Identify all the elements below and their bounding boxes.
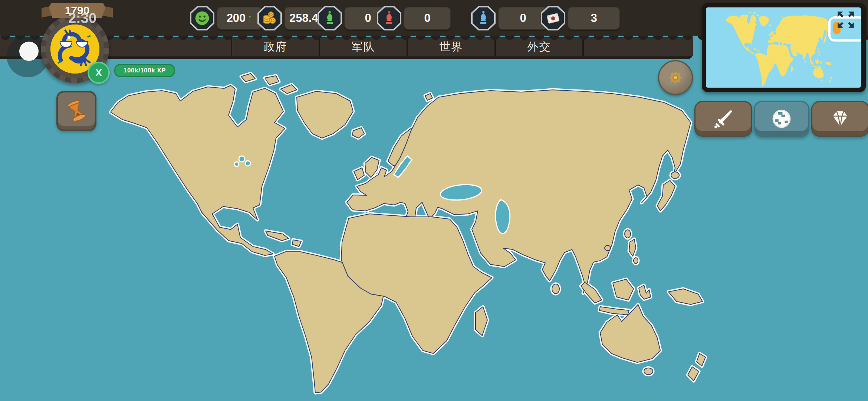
- resource-blue-points[interactable]: 0: [471, 6, 548, 30]
- envelope-icon: [545, 10, 561, 26]
- coins-icon: [262, 10, 278, 26]
- globe-icon: [771, 108, 792, 130]
- green-points-value: 0: [365, 12, 371, 25]
- crown-green-icon: [322, 10, 338, 26]
- premium-shop-button[interactable]: [811, 101, 868, 137]
- red-points-value: 0: [424, 12, 430, 25]
- minimap[interactable]: [706, 7, 861, 88]
- game-screen: { "hud": { "year": "1790", "time": "2:30…: [0, 0, 868, 401]
- trend-up-arrow: ↑: [247, 12, 253, 25]
- turn-timer: 2:30: [64, 10, 101, 26]
- expand-arrows-icon[interactable]: [835, 9, 857, 30]
- diamond-icon: [829, 108, 851, 130]
- resource-red-points[interactable]: 0: [377, 6, 451, 30]
- xp-label: 100k/100k XP: [124, 67, 166, 74]
- happiness-value: 200: [227, 12, 246, 25]
- pointer-dot[interactable]: [19, 42, 39, 61]
- world-view-button[interactable]: [754, 101, 809, 137]
- letters-value: 3: [591, 12, 597, 25]
- resource-letters[interactable]: 3: [541, 6, 620, 30]
- settings-button[interactable]: [658, 60, 693, 95]
- war-button[interactable]: [694, 101, 752, 137]
- gear-icon: [667, 69, 684, 86]
- sword-icon: [713, 108, 734, 130]
- xp-bar: 100k/100k XP: [114, 64, 175, 77]
- blue-points-value: 0: [520, 12, 526, 25]
- crown-red-icon: [381, 10, 397, 26]
- happiness-icon: [194, 10, 210, 26]
- crown-blue-icon: [475, 10, 491, 26]
- hourglass-icon: [65, 100, 88, 123]
- resource-happiness[interactable]: 200 ↑: [190, 6, 263, 30]
- time-speed-button[interactable]: [56, 91, 96, 131]
- minimap-panel: [702, 3, 866, 92]
- close-level-button[interactable]: X: [88, 62, 110, 84]
